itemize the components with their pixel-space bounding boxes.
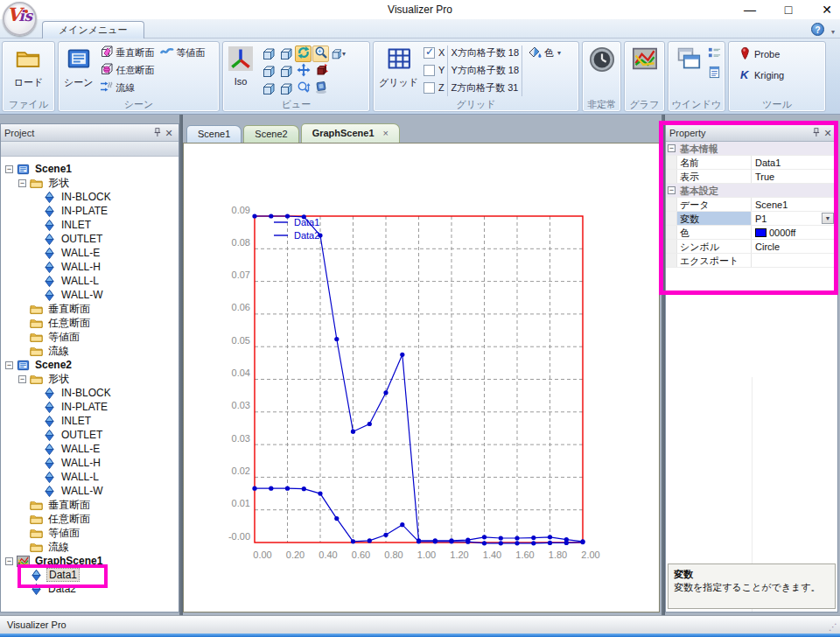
clip-box-button[interactable] — [312, 63, 329, 80]
tree-item-wall-e[interactable]: WALL-E — [1, 246, 178, 260]
chart-canvas[interactable]: 0.000.200.400.600.801.001.201.401.601.80… — [183, 143, 660, 612]
tree-item-等値面[interactable]: 等値面 — [1, 330, 178, 344]
tree-item-形状[interactable]: −形状 — [1, 176, 178, 190]
property-value[interactable]: P1▼ — [752, 212, 837, 225]
tree-item-任意断面[interactable]: 任意断面 — [1, 316, 178, 330]
zoom-drag-button[interactable] — [295, 80, 312, 97]
tree-item-graphscene1[interactable]: −GraphScene1 — [1, 554, 178, 568]
view-cube-bottom-button[interactable] — [277, 80, 294, 97]
iso-view-button[interactable]: Iso — [225, 44, 256, 88]
window-doc-button[interactable] — [708, 66, 721, 82]
property-value[interactable]: 0000ff — [752, 226, 837, 239]
category-expander-icon[interactable]: − — [668, 186, 676, 194]
tab-scene1[interactable]: Scene1 — [186, 125, 242, 143]
property-value[interactable]: Scene1 — [752, 198, 837, 211]
tree-expander-icon[interactable]: − — [18, 179, 26, 187]
tree-expander-icon[interactable]: − — [5, 557, 13, 565]
tree-expander-icon[interactable]: − — [18, 375, 26, 383]
close-icon[interactable]: ✕ — [163, 127, 175, 139]
rotate-view-button[interactable] — [295, 46, 312, 62]
property-value[interactable]: Data1 — [752, 156, 837, 169]
tree-item-流線[interactable]: 流線 — [1, 344, 178, 358]
cascade-windows-button[interactable] — [672, 44, 705, 75]
category-expander-icon[interactable]: − — [668, 144, 676, 152]
tree-item-in-block[interactable]: IN-BLOCK — [1, 386, 178, 400]
tab-scene2[interactable]: Scene2 — [243, 125, 298, 143]
tree-item-data2[interactable]: Data2 — [1, 582, 178, 596]
tree-expander-icon[interactable]: − — [5, 361, 13, 369]
pin-icon[interactable] — [809, 127, 822, 139]
tab-graphscene1[interactable]: GraphScene1× — [301, 123, 400, 143]
window-list-button[interactable] — [708, 46, 721, 63]
property-row-表示[interactable]: 表示True — [666, 170, 837, 184]
property-value[interactable]: True — [752, 170, 837, 183]
tab-main-menu[interactable]: メインメニュー — [42, 21, 144, 38]
minimize-button[interactable]: — — [742, 2, 758, 18]
tree-item-垂直断面[interactable]: 垂直断面 — [1, 302, 178, 316]
property-row-シンボル[interactable]: シンボルCircle — [666, 240, 837, 254]
snapshot-button[interactable] — [312, 80, 329, 97]
pin-icon[interactable] — [150, 127, 163, 139]
graph-button[interactable] — [628, 44, 662, 75]
property-row-色[interactable]: 色0000ff — [666, 226, 837, 240]
tree-item-wall-w[interactable]: WALL-W — [1, 484, 178, 498]
tree-item-wall-e[interactable]: WALL-E — [1, 442, 178, 456]
grid-z-checkbox[interactable]: Z — [424, 79, 444, 96]
property-row-データ[interactable]: データScene1 — [666, 198, 837, 212]
kriging-button[interactable]: Kriging — [736, 65, 787, 86]
property-row-変数[interactable]: 変数P1▼ — [666, 212, 837, 226]
tree-item-wall-w[interactable]: WALL-W — [1, 288, 178, 302]
vertical-section-button[interactable]: 垂直断面 — [97, 44, 158, 61]
close-button[interactable]: ✕ — [819, 2, 835, 18]
tree-item-等値面[interactable]: 等値面 — [1, 526, 178, 540]
property-category-基本設定[interactable]: −基本設定 — [666, 184, 837, 198]
zoom-button[interactable] — [312, 46, 329, 62]
tree-item-inlet[interactable]: INLET — [1, 218, 178, 232]
property-row-エクスポート[interactable]: エクスポート — [666, 254, 837, 268]
tree-item-in-block[interactable]: IN-BLOCK — [1, 190, 178, 204]
maximize-button[interactable]: □ — [780, 2, 796, 18]
grid-x-checkbox[interactable]: X — [424, 44, 444, 61]
tree-item-wall-h[interactable]: WALL-H — [1, 456, 178, 470]
grid-color-button[interactable]: 色 ▾ — [525, 44, 564, 61]
view-cube-menu-button[interactable]: ▾ — [330, 46, 346, 62]
tree-item-垂直断面[interactable]: 垂直断面 — [1, 498, 178, 512]
view-cube-front-button[interactable] — [260, 46, 276, 62]
close-icon[interactable]: ✕ — [822, 127, 834, 139]
transient-button[interactable] — [585, 44, 619, 77]
resize-grip[interactable]: ⋰ — [829, 622, 837, 632]
pan-view-button[interactable] — [295, 63, 312, 80]
tree-item-in-plate[interactable]: IN-PLATE — [1, 204, 178, 218]
tree-item-scene2[interactable]: −Scene2 — [1, 358, 178, 372]
tree-expander-icon[interactable]: − — [5, 165, 13, 173]
tree-item-outlet[interactable]: OUTLET — [1, 232, 178, 246]
grid-y-checkbox[interactable]: Y — [424, 61, 444, 79]
tree-item-任意断面[interactable]: 任意断面 — [1, 512, 178, 526]
help-icon[interactable]: ? — [811, 23, 824, 36]
dropdown-button[interactable]: ▼ — [822, 213, 834, 224]
scene-button[interactable]: シーン — [60, 44, 97, 90]
view-cube-back-button[interactable] — [277, 46, 294, 62]
tree-item-scene1[interactable]: −Scene1 — [1, 162, 178, 176]
streamline-button[interactable]: 流線 — [97, 79, 158, 96]
tree-item-in-plate[interactable]: IN-PLATE — [1, 400, 178, 414]
view-cube-left-button[interactable] — [260, 63, 276, 80]
tree-item-wall-l[interactable]: WALL-L — [1, 274, 178, 288]
isosurface-button[interactable]: 等値面 — [158, 44, 208, 61]
property-value[interactable]: Circle — [752, 240, 837, 253]
tree-item-流線[interactable]: 流線 — [1, 540, 178, 554]
view-cube-right-button[interactable] — [277, 63, 294, 80]
tree-item-data1[interactable]: Data1 — [1, 568, 178, 582]
view-cube-top-button[interactable] — [260, 80, 276, 97]
tree-item-形状[interactable]: −形状 — [1, 372, 178, 386]
load-button[interactable]: ロード — [10, 44, 47, 90]
tree-item-inlet[interactable]: INLET — [1, 414, 178, 428]
grid-button[interactable]: グリッド — [375, 44, 422, 90]
app-logo[interactable]: Vis — [3, 2, 37, 36]
tree-item-outlet[interactable]: OUTLET — [1, 428, 178, 442]
tree-item-wall-h[interactable]: WALL-H — [1, 260, 178, 274]
property-category-基本情報[interactable]: −基本情報 — [666, 142, 837, 156]
property-row-名前[interactable]: 名前Data1 — [666, 156, 837, 170]
tree-item-wall-l[interactable]: WALL-L — [1, 470, 178, 484]
probe-button[interactable]: Probe — [736, 44, 787, 65]
